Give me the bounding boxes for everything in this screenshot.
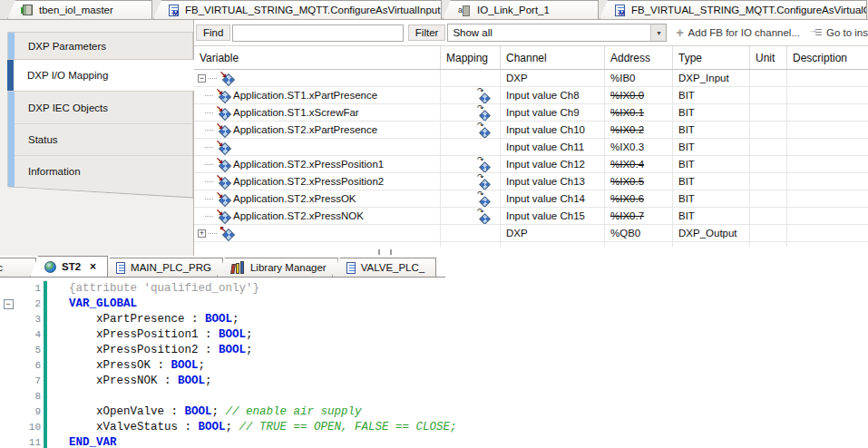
find-input[interactable]: [232, 24, 403, 42]
line-number: 7: [16, 374, 41, 389]
device-icon: [23, 5, 33, 15]
header-cell-type[interactable]: Type: [673, 46, 750, 69]
diamond-icon: [481, 112, 490, 121]
type-cell: DXP_Output: [673, 225, 750, 241]
fold-line: [0, 281, 16, 297]
address-cell: %IX0.0: [605, 87, 673, 103]
code-line: xPressOK : BOOL;: [69, 358, 868, 374]
output-variable-icon: ↖: [219, 227, 234, 239]
table-row[interactable]: ↘Application.ST2.xPressPosition2↷Input v…: [194, 173, 868, 190]
code-segment: // enable air supply: [226, 405, 362, 418]
splitter-grip[interactable]: [390, 249, 392, 255]
line-number: 5: [16, 343, 41, 358]
header-cell-channel[interactable]: Channel: [501, 46, 605, 69]
variable-cell: −↘: [194, 70, 441, 86]
code-segment: BOOL: [185, 405, 212, 418]
mapped-variable-icon: ↷: [477, 158, 490, 170]
sidebar-group: DXP IEC ObjectsStatusInformation: [7, 91, 193, 199]
io-mapping-table-header: VariableMappingChannelAddressTypeUnitDes…: [194, 46, 868, 70]
variable-cell: ↘Application.ST2.xPressOK: [194, 190, 441, 207]
header-cell-description[interactable]: Description: [787, 46, 868, 69]
code-text-area[interactable]: {attribute 'qualified_only'}VAR_GLOBAL x…: [47, 281, 868, 447]
header-cell-address[interactable]: Address: [605, 46, 673, 69]
expander-toggle[interactable]: −: [198, 74, 206, 83]
splitter-grip[interactable]: [378, 249, 380, 255]
fold-line: −: [0, 297, 16, 312]
mapped-variable-icon: ↷: [477, 175, 490, 188]
table-row[interactable]: ↘Application.ST2.xPartPresence↷Input val…: [194, 122, 868, 139]
code-segment: VAR_GLOBAL: [69, 297, 137, 310]
table-row[interactable]: ↘Input value Ch11%IX0.3BIT: [194, 139, 868, 156]
add-fb-button[interactable]: + Add FB for IO channel...: [676, 26, 800, 39]
code-segment: END_VAR: [69, 436, 117, 448]
editor-tab-label: ST2: [62, 261, 81, 272]
header-cell-variable[interactable]: Variable: [194, 46, 441, 69]
unit-cell: [750, 156, 787, 172]
mapping-arrow-icon: ↷: [477, 173, 484, 181]
channel-cell: Input value Ch10: [501, 122, 605, 138]
sidebar-item-status[interactable]: Status: [15, 123, 192, 155]
description-cell: [787, 156, 868, 172]
table-row[interactable]: ↘Application.ST2.xPressOK↷Input value Ch…: [194, 190, 868, 208]
sidebar-item-dxp-i-o-mapping[interactable]: DXP I/O Mapping: [7, 60, 194, 91]
sidebar-item-dxp-iec-objects[interactable]: DXP IEC Objects: [15, 92, 192, 123]
top-tab-io-link-port-1[interactable]: IO_Link_Port_1: [443, 0, 599, 19]
address-cell: %IX0.3: [605, 139, 673, 155]
table-row[interactable]: ↘Application.ST2.xPressNOK↷Input value C…: [194, 208, 868, 225]
code-segment: BOOL: [199, 421, 226, 433]
header-cell-unit[interactable]: Unit: [750, 46, 787, 69]
variable-cell: ↘Application.ST2.xPressPosition1: [194, 156, 441, 172]
expander-toggle[interactable]: +: [198, 229, 206, 238]
fold-line: [0, 389, 16, 404]
editor-tab-st2[interactable]: ST2×: [30, 256, 108, 278]
filter-select[interactable]: Show all ▼: [447, 24, 667, 42]
table-row[interactable]: ↘Application.ST1.xPartPresence↷Input val…: [194, 87, 868, 104]
channel-cell: Input value Ch9: [501, 104, 605, 121]
fold-toggle-icon[interactable]: −: [4, 299, 14, 309]
fold-line: [0, 343, 16, 358]
close-icon[interactable]: ×: [90, 260, 96, 273]
unit-cell: [750, 122, 787, 138]
editor-tab-main-plc-prg[interactable]: MAIN_PLC_PRG: [102, 258, 223, 277]
unit-cell: [750, 190, 787, 207]
chevron-down-icon[interactable]: ▼: [650, 24, 666, 41]
editor-tab-library-manager[interactable]: Library Manager: [217, 258, 338, 277]
goto-instance-button[interactable]: Go to ins: [809, 27, 868, 38]
type-cell: BIT: [673, 104, 750, 121]
table-row[interactable]: −↘DXP%IB0DXP_Input: [194, 70, 868, 87]
header-cell-mapping[interactable]: Mapping: [441, 46, 501, 69]
code-segment: ;: [212, 405, 226, 418]
editor-tab-valve-plc[interactable]: VALVE_PLC_: [332, 258, 437, 277]
line-number: 4: [16, 327, 41, 343]
diamond-icon: [481, 94, 490, 103]
fold-line: [0, 420, 16, 435]
address-value: %QB0: [610, 228, 640, 239]
address-cell: %QB0: [605, 225, 673, 241]
mapping-arrow-icon: ↷: [477, 122, 484, 130]
unit-cell: [750, 87, 787, 103]
address-value: %IX0.2: [610, 124, 644, 135]
table-row[interactable]: ↘Application.ST2.xPressPosition1↷Input v…: [194, 156, 868, 173]
top-tab-fb-virtual-string-mqtt-configureasvirtualinput[interactable]: FB_VIRTUAL_STRING_MQTT.ConfigureAsVirtua…: [153, 0, 442, 19]
mapping-cell: [441, 139, 501, 155]
variable-name: Application.ST1.xScrewFar: [233, 107, 359, 118]
code-segment: BOOL: [219, 328, 246, 341]
editor-tab-label: sic: [0, 262, 3, 273]
sidebar-item-information[interactable]: Information: [15, 155, 192, 187]
port-icon: [458, 5, 471, 15]
editor-tab-sic[interactable]: sic: [0, 258, 36, 277]
tree-connector-icon: [209, 233, 217, 234]
address-cell: %IX0.4: [605, 156, 673, 172]
channel-cell: DXP: [501, 225, 605, 241]
top-tab-tben-iol-master[interactable]: tben_iol_master: [7, 0, 152, 19]
tree-connector-icon: [205, 147, 213, 148]
variable-name: Application.ST2.xPressNOK: [233, 210, 364, 221]
sidebar-item-dxp-parameters[interactable]: DXP Parameters: [7, 32, 193, 60]
table-row[interactable]: +↖DXP%QB0DXP_Output: [194, 225, 868, 242]
table-row[interactable]: ↘Application.ST1.xScrewFar↷Input value C…: [194, 104, 868, 122]
mapping-arrow-icon: ↷: [477, 208, 484, 216]
description-cell: [787, 122, 868, 138]
diamond-icon: [481, 215, 490, 224]
unit-cell: [750, 139, 787, 155]
top-tab-fb-virtual-string-mqtt-configureasvirtualoutput[interactable]: FB_VIRTUAL_STRING_MQTT.ConfigureAsVirtua…: [600, 0, 867, 19]
